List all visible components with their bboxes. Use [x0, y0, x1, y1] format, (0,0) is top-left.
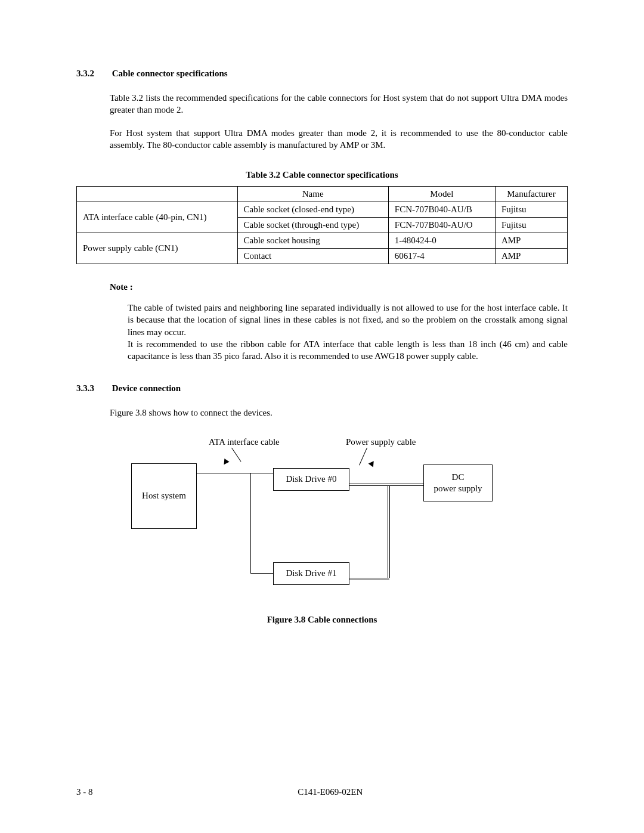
cell-model: FCN-707B040-AU/O: [388, 218, 495, 233]
note-paragraph: It is recommended to use the ribbon cabl…: [128, 338, 568, 363]
row-label-power: Power supply cable (CN1): [77, 233, 238, 264]
cable-connections-diagram: ATA interface cable Power supply cable H…: [131, 437, 513, 604]
cell-model: 1-480424-0: [388, 233, 495, 249]
paragraph: Figure 3.8 shows how to connect the devi…: [110, 407, 568, 419]
label-power-cable: Power supply cable: [346, 437, 416, 447]
table-header-manufacturer: Manufacturer: [495, 187, 567, 202]
paragraph: For Host system that support Ultra DMA m…: [110, 127, 568, 151]
cell-mfr: AMP: [495, 249, 567, 264]
box-dc-power-supply: DC power supply: [423, 465, 493, 501]
dc-label-1: DC: [452, 472, 465, 483]
table-header-row: Name Model Manufacturer: [77, 187, 568, 202]
section-heading-333: 3.3.3 Device connection: [76, 383, 568, 394]
cell-name: Cable socket housing: [237, 233, 388, 249]
paragraph: Table 3.2 lists the recommended specific…: [110, 92, 568, 116]
box-disk-drive-0: Disk Drive #0: [273, 468, 349, 491]
dc-label-2: power supply: [434, 483, 482, 494]
table-caption: Table 3.2 Cable connector specifications: [76, 170, 568, 180]
note-paragraph: The cable of twisted pairs and neighbori…: [128, 302, 568, 338]
note-label: Note :: [110, 282, 568, 292]
label-ata-cable: ATA interface cable: [209, 437, 280, 447]
wire-power: [349, 578, 389, 578]
connector-spec-table: Name Model Manufacturer ATA interface ca…: [76, 186, 568, 264]
cell-name: Cable socket (through-end type): [237, 218, 388, 233]
cell-name: Contact: [237, 249, 388, 264]
box-disk-drive-1: Disk Drive #1: [273, 562, 349, 585]
figure-caption: Figure 3.8 Cable connections: [76, 615, 568, 625]
cell-model: FCN-707B040-AU/B: [388, 202, 495, 218]
wire-ata: [250, 473, 251, 573]
page-footer: 3 - 8 C141-E069-02EN: [76, 787, 568, 797]
table-header-model: Model: [388, 187, 495, 202]
cell-model: 60617-4: [388, 249, 495, 264]
wire-ata: [197, 473, 273, 473]
section-title: Cable connector specifications: [112, 69, 228, 78]
arrow-line: [231, 447, 241, 462]
table-row: ATA interface cable (40-pin, CN1) Cable …: [77, 202, 568, 218]
cell-name: Cable socket (closed-end type): [237, 202, 388, 218]
wire-power: [388, 485, 388, 578]
cell-mfr: Fujitsu: [495, 202, 567, 218]
wire-power: [349, 484, 423, 484]
cell-mfr: AMP: [495, 233, 567, 249]
cell-mfr: Fujitsu: [495, 218, 567, 233]
section-heading-332: 3.3.2 Cable connector specifications: [76, 69, 568, 79]
box-host-system: Host system: [131, 463, 197, 529]
document-id: C141-E069-02EN: [76, 787, 568, 797]
row-label-ata: ATA interface cable (40-pin, CN1): [77, 202, 238, 233]
page-number: 3 - 8: [76, 787, 93, 797]
wire-ata: [250, 573, 273, 574]
table-header-name: Name: [237, 187, 388, 202]
section-number: 3.3.2: [76, 69, 110, 79]
table-header-blank: [77, 187, 238, 202]
arrow-head-icon: [369, 461, 376, 468]
arrow-line: [359, 447, 367, 465]
table-row: Power supply cable (CN1) Cable socket ho…: [77, 233, 568, 249]
arrow-head-icon: [221, 458, 229, 466]
section-title: Device connection: [112, 383, 181, 393]
section-number: 3.3.3: [76, 383, 110, 394]
document-page: 3.3.2 Cable connector specifications Tab…: [0, 0, 644, 833]
